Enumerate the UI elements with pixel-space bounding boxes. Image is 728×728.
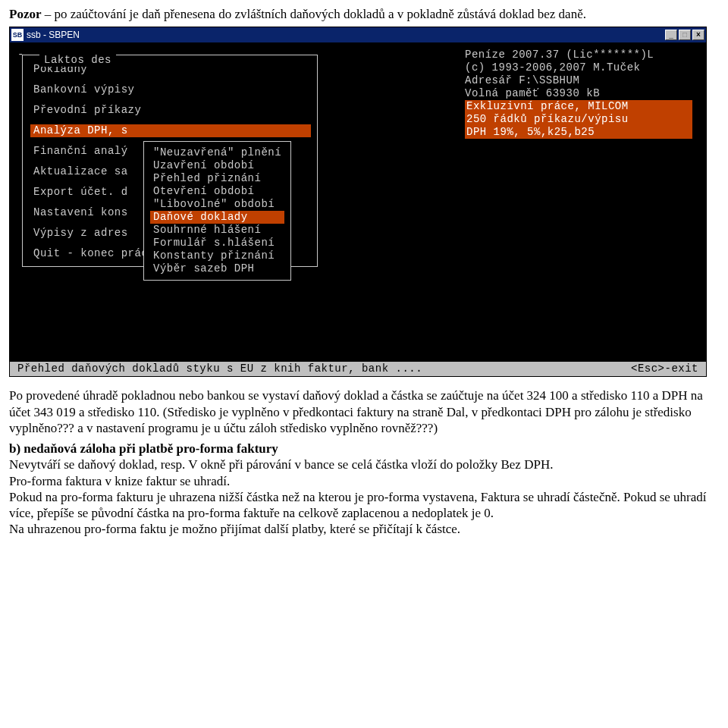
- status-right: <Esc>-exit: [631, 362, 698, 375]
- submenu-item[interactable]: Souhrnné hlášení: [150, 224, 284, 237]
- top-note-rest: – po zaúčtování je daň přenesena do zvlá…: [41, 7, 585, 21]
- paragraph-2: Po provedené úhradě pokladnou nebo banko…: [9, 388, 719, 436]
- main-menu-item[interactable]: Analýza DPH, s: [30, 124, 311, 137]
- info-line: Peníze 2007.37 (Lic*******)L: [465, 49, 692, 61]
- dos-screen: - Laktos des PokladnyBankovní výpisyPřev…: [10, 42, 706, 376]
- submenu-item[interactable]: Výběr sazeb DPH: [150, 262, 284, 275]
- submenu-item[interactable]: Uzavření období: [150, 159, 284, 172]
- submenu-item[interactable]: "Libovolné" období: [150, 198, 284, 211]
- submenu-item[interactable]: Přehled přiznání: [150, 172, 284, 185]
- main-menu-item[interactable]: Bankovní výpisy: [30, 83, 311, 96]
- window-buttons: _ □ ×: [665, 30, 704, 40]
- app-icon: SB: [11, 29, 24, 41]
- top-note: Pozor – po zaúčtování je daň přenesena d…: [9, 6, 719, 22]
- main-menu-item[interactable]: Převodní příkazy: [30, 104, 311, 117]
- window-title: ssb - SBPEN: [27, 30, 665, 41]
- info-highlight-line: 250 řádků příkazu/výpisu: [465, 113, 692, 126]
- submenu-item[interactable]: Otevření období: [150, 185, 284, 198]
- section-b-heading: b) nedaňová záloha při platbě pro-forma …: [9, 441, 278, 456]
- paragraph-6: Na uhrazenou pro-forma faktu je možno př…: [9, 522, 460, 536]
- main-menu-legend: Laktos des: [39, 54, 116, 67]
- info-line: Adresář F:\SSBHUM: [465, 74, 692, 87]
- status-left: Přehled daňových dokladů styku s EU z kn…: [17, 362, 422, 375]
- info-highlight-line: DPH 19%, 5%,k25,b25: [465, 126, 692, 139]
- close-button[interactable]: ×: [692, 30, 704, 40]
- submenu-item[interactable]: Formulář s.hlášení: [150, 237, 284, 249]
- paragraph-5: Pokud na pro-forma fakturu je uhrazena n…: [9, 490, 707, 520]
- paragraph-3: Nevytváří se daňový doklad, resp. V okně…: [9, 457, 553, 472]
- info-highlight-line: Exkluzivní práce, MILCOM: [465, 100, 692, 113]
- paragraph-4: Pro-forma faktura v knize faktur se uhra…: [9, 474, 230, 488]
- menu-spacer: [30, 76, 311, 83]
- minimize-button[interactable]: _: [665, 30, 677, 40]
- submenu-item[interactable]: "Neuzavřená" plnění: [150, 146, 284, 159]
- submenu: "Neuzavřená" plněníUzavření obdobíPřehle…: [143, 141, 291, 281]
- titlebar: SB ssb - SBPEN _ □ ×: [10, 27, 706, 42]
- section-b: b) nedaňová záloha při platbě pro-forma …: [9, 441, 719, 538]
- submenu-item[interactable]: Konstanty přiznání: [150, 249, 284, 262]
- info-line: (c) 1993-2006,2007 M.Tuček: [465, 61, 692, 74]
- info-line: Volná paměť 63930 kB: [465, 87, 692, 100]
- menu-spacer: [30, 96, 311, 104]
- info-panel: Peníze 2007.37 (Lic*******)L(c) 1993-200…: [465, 49, 692, 139]
- menu-spacer: [30, 117, 311, 124]
- status-bar: Přehled daňových dokladů styku s EU z kn…: [10, 362, 706, 376]
- submenu-item[interactable]: Daňové doklady: [150, 211, 284, 224]
- app-window: SB ssb - SBPEN _ □ × - Laktos des Poklad…: [9, 27, 707, 377]
- maximize-button[interactable]: □: [679, 30, 691, 40]
- top-note-label: Pozor: [9, 7, 41, 21]
